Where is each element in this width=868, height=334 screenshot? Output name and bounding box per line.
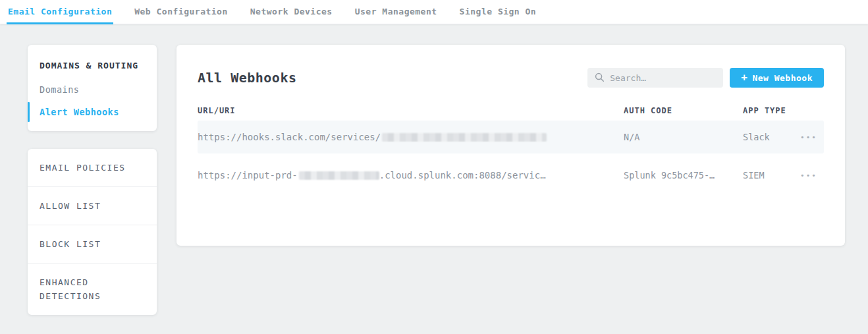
- webhook-auth-code: Splunk 9c5bc475-…: [624, 170, 743, 181]
- top-tab-bar: Email Configuration Web Configuration Ne…: [0, 0, 868, 24]
- row-actions-menu-icon[interactable]: •••: [794, 130, 824, 144]
- sidebar-group-heading: DOMAINS & ROUTING: [28, 53, 157, 78]
- webhook-auth-code: N/A: [624, 132, 743, 142]
- table-row[interactable]: https://hooks.slack.com/services/ N/A Sl…: [198, 121, 824, 153]
- webhook-app-type: Slack: [743, 132, 794, 142]
- webhook-app-type: SIEM: [743, 170, 794, 181]
- table-header-row: URL/URI AUTH CODE APP TYPE: [198, 106, 824, 115]
- sidebar-item-allow-list[interactable]: ALLOW LIST: [28, 187, 157, 225]
- new-webhook-button[interactable]: + New Webhook: [730, 68, 824, 88]
- webhook-url: https://hooks.slack.com/services/: [198, 132, 624, 142]
- page: Email Configuration Web Configuration Ne…: [0, 0, 868, 334]
- tab-user-management[interactable]: User Management: [354, 0, 439, 24]
- page-title: All Webhooks: [198, 70, 297, 86]
- tab-single-sign-on[interactable]: Single Sign On: [458, 0, 538, 24]
- search-input[interactable]: [587, 68, 723, 88]
- webhooks-panel: All Webhooks + New Webhook URL/URI AUTH …: [176, 45, 845, 246]
- sidebar-item-alert-webhooks[interactable]: Alert Webhooks: [28, 101, 157, 123]
- tab-web-configuration[interactable]: Web Configuration: [133, 0, 229, 24]
- sidebar-item-enhanced-detections[interactable]: ENHANCED DETECTIONS: [28, 264, 157, 315]
- search-box: [587, 68, 723, 88]
- tab-email-configuration[interactable]: Email Configuration: [7, 0, 113, 24]
- sidebar-item-block-list[interactable]: BLOCK LIST: [28, 225, 157, 264]
- table-row[interactable]: https://input-prd-.cloud.splunk.com:8088…: [198, 159, 824, 192]
- panel-header: All Webhooks + New Webhook: [198, 68, 824, 88]
- sidebar-domains-routing-card: DOMAINS & ROUTING Domains Alert Webhooks: [28, 45, 157, 131]
- column-header-auth-code: AUTH CODE: [624, 106, 743, 115]
- header-actions: + New Webhook: [587, 68, 824, 88]
- redacted-url-segment: [382, 133, 547, 142]
- webhook-url: https://input-prd-.cloud.splunk.com:8088…: [198, 170, 624, 181]
- column-header-app-type: APP TYPE: [743, 106, 794, 115]
- plus-icon: +: [741, 72, 747, 83]
- redacted-url-segment: [299, 171, 379, 180]
- tab-network-devices[interactable]: Network Devices: [249, 0, 334, 24]
- sidebar-item-email-policies[interactable]: EMAIL POLICIES: [28, 149, 157, 187]
- sidebar-item-domains[interactable]: Domains: [28, 78, 157, 101]
- sidebar-policies-card: EMAIL POLICIES ALLOW LIST BLOCK LIST ENH…: [28, 149, 157, 315]
- row-actions-menu-icon[interactable]: •••: [794, 169, 824, 182]
- column-header-url: URL/URI: [198, 106, 624, 115]
- new-webhook-button-label: New Webhook: [752, 73, 813, 83]
